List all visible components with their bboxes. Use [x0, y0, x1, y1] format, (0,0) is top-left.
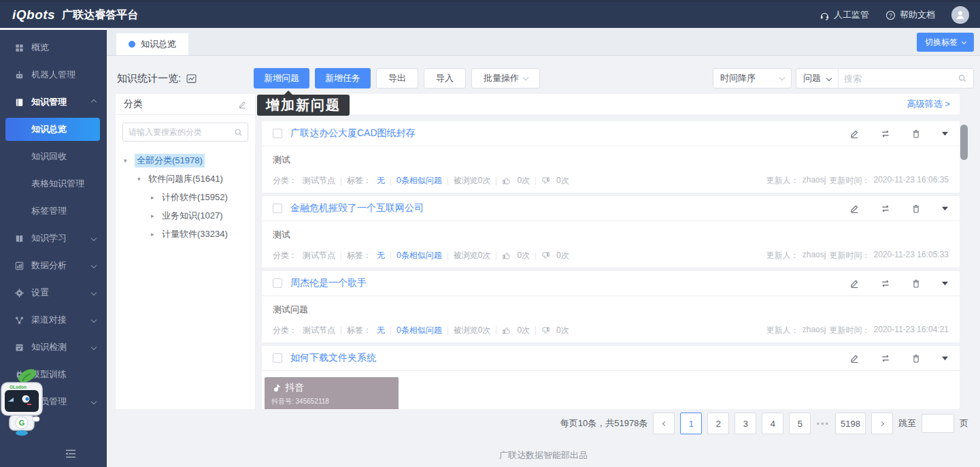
- sidebar-item-data-analysis[interactable]: 数据分析: [0, 252, 107, 279]
- person-icon: [955, 10, 966, 20]
- item-checkbox[interactable]: [273, 129, 282, 138]
- trash-icon[interactable]: [911, 129, 921, 139]
- tree-node-business-knowledge[interactable]: ▸ 业务知识(1027): [124, 206, 255, 225]
- manual-supervision-label: 人工监管: [834, 9, 869, 21]
- item-checkbox[interactable]: [273, 353, 282, 363]
- jump-page-input[interactable]: [922, 414, 954, 433]
- user-avatar[interactable]: [951, 6, 969, 24]
- page-button-last[interactable]: 5198: [835, 413, 866, 434]
- page-button-4[interactable]: 4: [762, 413, 783, 434]
- sidebar-subitem-knowledge-overview[interactable]: 知识总览: [5, 118, 100, 141]
- item-title-link[interactable]: 金融危机摧毁了一个互联网公司: [290, 202, 424, 214]
- transfer-icon[interactable]: [880, 353, 891, 364]
- thumb-up-icon[interactable]: [502, 251, 511, 260]
- add-question-button[interactable]: 新增问题: [254, 68, 309, 88]
- thumb-up-icon[interactable]: [502, 176, 511, 185]
- sidebar-item-overview[interactable]: 概览: [0, 34, 107, 61]
- item-title-link[interactable]: 广联达办公大厦CAD图纸封存: [290, 127, 416, 140]
- page-button-3[interactable]: 3: [734, 413, 756, 434]
- menu-fold-icon[interactable]: [65, 449, 77, 459]
- item-actions: [849, 353, 949, 364]
- edit-icon[interactable]: [849, 129, 860, 139]
- similar-questions-link[interactable]: 0条相似问题: [396, 175, 442, 187]
- trash-icon[interactable]: [911, 278, 921, 289]
- item-title-link[interactable]: 如何下载文件夹系统: [290, 352, 376, 364]
- caret-icon[interactable]: ▸: [151, 212, 162, 219]
- sidebar-subitem-table-knowledge[interactable]: 表格知识管理: [0, 170, 107, 197]
- sidebar-subitem-knowledge-recycle[interactable]: 知识回收: [0, 143, 107, 170]
- search-input[interactable]: [839, 74, 958, 84]
- next-page-button[interactable]: [871, 413, 893, 434]
- page-button-1[interactable]: 1: [680, 413, 702, 434]
- sidebar-subitem-label: 知识回收: [31, 150, 67, 163]
- similar-questions-link[interactable]: 0条相似问题: [396, 325, 442, 336]
- manual-supervision-link[interactable]: 人工监管: [820, 9, 869, 21]
- tab-knowledge-overview[interactable]: 知识总览: [116, 33, 188, 55]
- chevron-right-icon: [879, 421, 883, 425]
- meta-tag-link[interactable]: 无: [377, 325, 385, 336]
- tree-node-measurement-software[interactable]: ▸ 计量软件(33234): [124, 225, 255, 243]
- item-checkbox[interactable]: [273, 278, 282, 288]
- thumb-down-icon[interactable]: [541, 176, 550, 185]
- sort-order-select[interactable]: 时间降序: [713, 68, 792, 88]
- jump-label: 跳至: [898, 417, 916, 430]
- similar-questions-link[interactable]: 0条相似问题: [396, 250, 442, 261]
- sidebar-item-channel-integration[interactable]: 渠道对接: [0, 306, 107, 334]
- chevron-down-icon: [91, 317, 97, 323]
- add-task-button[interactable]: 新增任务: [315, 68, 371, 88]
- import-button[interactable]: 导入: [424, 68, 466, 88]
- batch-actions-button[interactable]: 批量操作: [471, 68, 540, 88]
- item-title-link[interactable]: 周杰伦是一个歌手: [290, 277, 367, 289]
- meta-tag-link[interactable]: 无: [377, 250, 385, 261]
- douyin-attachment-card[interactable]: 抖音 抖音号: 345652118: [265, 377, 399, 409]
- switch-tags-button[interactable]: 切换标签: [917, 33, 974, 52]
- caret-down-icon[interactable]: [941, 206, 949, 212]
- gear-icon: [14, 287, 24, 298]
- pagination-ellipsis[interactable]: •••: [816, 419, 830, 429]
- transfer-icon[interactable]: [880, 278, 891, 289]
- tab-bar: 知识总览 切换标签: [107, 28, 980, 56]
- caret-icon[interactable]: ▾: [137, 176, 148, 182]
- page-button-5[interactable]: 5: [789, 413, 811, 434]
- sidebar-item-knowledge-learning[interactable]: 知识学习: [0, 225, 107, 252]
- thumb-down-icon[interactable]: [541, 326, 550, 335]
- edit-icon[interactable]: [849, 278, 860, 289]
- search-icon[interactable]: [958, 74, 967, 83]
- sidebar-item-knowledge-management[interactable]: 知识管理: [0, 88, 107, 116]
- edit-icon[interactable]: [849, 204, 860, 214]
- sidebar-item-robot-management[interactable]: 机器人管理: [0, 61, 107, 88]
- caret-down-icon[interactable]: [941, 131, 949, 137]
- trash-icon[interactable]: [911, 204, 921, 214]
- caret-icon[interactable]: ▸: [151, 194, 162, 201]
- edit-category-icon[interactable]: [238, 100, 247, 109]
- item-checkbox[interactable]: [273, 204, 282, 213]
- thumb-down-icon[interactable]: [541, 251, 550, 260]
- edit-icon[interactable]: [849, 353, 860, 364]
- update-time: 2020-11-23 16:06:35: [873, 175, 949, 187]
- sidebar-subitem-tag-management[interactable]: 标签管理: [0, 197, 107, 225]
- category-search-input[interactable]: [123, 127, 234, 137]
- prev-page-button[interactable]: [653, 413, 675, 434]
- sidebar-item-settings[interactable]: 设置: [0, 279, 107, 306]
- chart-box-icon[interactable]: [186, 73, 197, 84]
- transfer-icon[interactable]: [880, 129, 891, 139]
- meta-tag-link[interactable]: 无: [377, 175, 385, 187]
- search-icon[interactable]: [234, 128, 243, 137]
- caret-down-icon[interactable]: [941, 280, 949, 287]
- trash-icon[interactable]: [911, 353, 921, 364]
- tree-node-software-questions[interactable]: ▾ 软件问题库(51641): [124, 170, 255, 188]
- page-button-2[interactable]: 2: [707, 413, 729, 434]
- chevron-down-icon: [962, 39, 966, 44]
- list-scrollbar-thumb[interactable]: [960, 125, 968, 160]
- caret-icon[interactable]: ▸: [151, 231, 162, 238]
- caret-down-icon[interactable]: [941, 355, 949, 361]
- tree-node-all-categories[interactable]: ▾ 全部分类(51978): [124, 151, 255, 170]
- tree-node-pricing-software[interactable]: ▸ 计价软件(15952): [124, 188, 255, 206]
- advanced-filter-link[interactable]: 高级筛选 >: [907, 94, 950, 114]
- thumb-up-icon[interactable]: [502, 326, 511, 335]
- caret-icon[interactable]: ▾: [124, 157, 135, 164]
- transfer-icon[interactable]: [880, 204, 891, 214]
- help-docs-link[interactable]: ? 帮助文档: [885, 9, 935, 21]
- export-button[interactable]: 导出: [376, 68, 418, 88]
- search-field-select[interactable]: 问题: [796, 69, 839, 88]
